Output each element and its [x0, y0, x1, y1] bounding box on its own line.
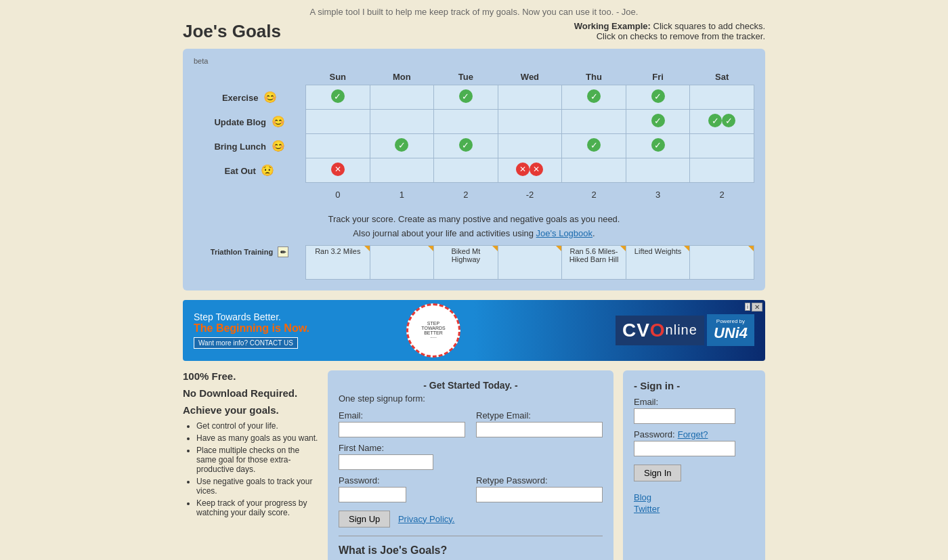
goal-row-eat-out: Eat Out 😟 — [194, 158, 754, 183]
left-column: 100% Free. No Download Required. Achieve… — [183, 370, 318, 561]
blog-wed[interactable] — [498, 110, 562, 134]
ad-close-btn[interactable]: ✕ — [752, 303, 762, 311]
lunch-tue[interactable] — [434, 134, 498, 158]
beta-label: beta — [194, 57, 754, 65]
free-text: 100% Free. — [183, 370, 318, 382]
score-sun: 0 — [306, 183, 370, 207]
eatout-fri[interactable] — [626, 158, 690, 183]
twitter-link[interactable]: Twitter — [634, 504, 754, 514]
score-sat: 2 — [690, 183, 754, 207]
tri-sat[interactable] — [690, 245, 754, 279]
tri-thu[interactable]: Ran 5.6 Miles- Hiked Barn Hill — [562, 245, 626, 279]
get-started-title: - Get Started Today. - — [339, 380, 603, 391]
ad-contact-btn[interactable]: Want more info? CONTACT US — [194, 337, 298, 349]
tri-sun[interactable]: Ran 3.2 Miles — [306, 245, 370, 279]
blog-sun[interactable] — [306, 110, 370, 134]
firstname-group: First Name: — [339, 443, 603, 470]
tri-wed[interactable] — [498, 245, 562, 279]
blog-thu[interactable] — [562, 110, 626, 134]
retype-email-input[interactable] — [476, 422, 603, 437]
list-item: Place multiple checks on the same goal f… — [196, 446, 318, 474]
lunch-thu[interactable] — [562, 134, 626, 158]
uni-logo: Powered by UNi4 — [707, 314, 754, 346]
goal-name-eat-out: Eat Out 😟 — [194, 158, 306, 183]
exercise-thu[interactable] — [562, 85, 626, 110]
eatout-thu[interactable] — [562, 158, 626, 183]
goal-name-bring-lunch: Bring Lunch 😊 — [194, 134, 306, 158]
eatout-sun[interactable] — [306, 158, 370, 183]
exercise-fri[interactable] — [626, 85, 690, 110]
check-icon — [459, 89, 473, 103]
edit-icon[interactable]: ✏ — [278, 246, 288, 257]
blog-link[interactable]: Blog — [634, 492, 754, 502]
privacy-policy-link[interactable]: Privacy Policy. — [398, 514, 455, 524]
one-step-text: One step signup form: — [339, 393, 603, 404]
exercise-wed[interactable] — [498, 85, 562, 110]
x-icon — [530, 163, 543, 176]
logbook-link[interactable]: Joe's Logbook — [536, 228, 592, 238]
ad-circle: STEPTOWARDSBETTER····· — [406, 303, 460, 358]
score-wed: -2 — [498, 183, 562, 207]
sign-in-button[interactable]: Sign In — [634, 465, 681, 481]
signin-password-label: Password: — [634, 429, 675, 439]
eatout-wed[interactable] — [498, 158, 562, 183]
day-header-tue: Tue — [434, 69, 498, 85]
retype-password-input[interactable] — [476, 487, 603, 502]
bring-lunch-emoji: 😊 — [272, 140, 285, 152]
firstname-input[interactable] — [339, 454, 433, 470]
blog-tue[interactable] — [434, 110, 498, 134]
lunch-sun[interactable] — [306, 134, 370, 158]
update-blog-emoji: 😊 — [272, 116, 285, 127]
ad-banner: Step Towards Better. The Beginning is No… — [183, 300, 765, 361]
exercise-sun[interactable] — [306, 85, 370, 110]
goal-name-update-blog: Update Blog 😊 — [194, 110, 306, 134]
exercise-sat[interactable] — [690, 85, 754, 110]
score-text: Track your score. Create as many postive… — [194, 214, 754, 224]
signin-email-input[interactable] — [634, 408, 735, 424]
password-input[interactable] — [339, 487, 406, 502]
list-item: Use negative goals to track your vices. — [196, 477, 318, 496]
goal-row-exercise: Exercise 😊 — [194, 85, 754, 110]
lunch-sat[interactable] — [690, 134, 754, 158]
blog-fri[interactable] — [626, 110, 690, 134]
sign-up-button[interactable]: Sign Up — [339, 511, 390, 527]
score-fri: 3 — [626, 183, 690, 207]
tri-tue[interactable]: Biked Mt Highway — [434, 245, 498, 279]
eatout-mon[interactable] — [370, 158, 434, 183]
day-header-fri: Fri — [626, 69, 690, 85]
password-row: Password: Retype Password: — [339, 475, 603, 502]
ad-info-btn[interactable]: i — [745, 303, 750, 311]
email-input[interactable] — [339, 422, 465, 437]
goal-row-update-blog: Update Blog 😊 — [194, 110, 754, 134]
center-column: - Get Started Today. - One step signup f… — [328, 370, 613, 561]
check-icon — [587, 89, 601, 103]
right-column: - Sign in - Email: Password: Forget? Sig… — [623, 370, 765, 561]
blog-mon[interactable] — [370, 110, 434, 134]
eatout-tue[interactable] — [434, 158, 498, 183]
lunch-wed[interactable] — [498, 134, 562, 158]
ad-step-text: Step Towards Better. — [194, 311, 389, 322]
password-label: Password: — [339, 475, 465, 486]
ad-left: Step Towards Better. The Beginning is No… — [183, 305, 400, 356]
retype-password-group: Retype Password: — [476, 475, 603, 502]
blog-sat[interactable] — [690, 110, 754, 134]
working-example-bold: Working Example: — [574, 21, 651, 31]
section-divider — [339, 536, 603, 536]
goal-name-exercise: Exercise 😊 — [194, 85, 306, 110]
sign-in-title: - Sign in - — [634, 380, 754, 391]
signin-password-input[interactable] — [634, 441, 735, 456]
tri-mon[interactable] — [370, 245, 434, 279]
retype-password-label: Retype Password: — [476, 475, 603, 486]
check-icon — [459, 138, 473, 152]
forget-link[interactable]: Forget? — [678, 429, 708, 439]
cvo-logo: CVOnline — [616, 316, 704, 345]
eatout-sat[interactable] — [690, 158, 754, 183]
lunch-mon[interactable] — [370, 134, 434, 158]
triathlon-label: Triathlon Training ✏ — [194, 245, 306, 279]
exercise-tue[interactable] — [434, 85, 498, 110]
tri-fri[interactable]: Lifted Weights — [626, 245, 690, 279]
list-item: Get control of your life. — [196, 421, 318, 431]
exercise-mon[interactable] — [370, 85, 434, 110]
check-icon — [331, 89, 345, 103]
lunch-fri[interactable] — [626, 134, 690, 158]
